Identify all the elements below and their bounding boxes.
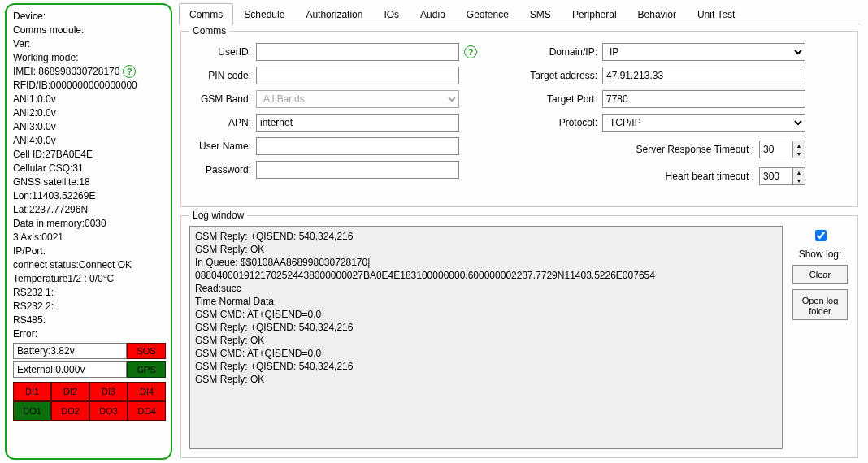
rs2322-value: RS232 2: — [13, 300, 166, 313]
di4-indicator[interactable]: DI4 — [128, 382, 166, 401]
device-info-panel: Device: Comms module: Ver: Working mode:… — [5, 3, 172, 460]
ipport-value: IP/Port: — [13, 244, 166, 257]
lon-value: Lon:11403.52269E — [13, 189, 166, 202]
temp-value: Temperature1/2 : 0/0°C — [13, 272, 166, 285]
open-log-folder-button[interactable]: Open log folder — [792, 289, 848, 320]
cellid-value: Cell ID:27BA0E4E — [13, 148, 166, 161]
srv-timeout-label: Server Response Timeout : — [636, 144, 754, 155]
sos-indicator[interactable]: SOS — [127, 343, 166, 359]
ani1-value: ANI1:0.0v — [13, 93, 166, 106]
comms-section-title: Comms — [189, 25, 229, 37]
userid-help-icon[interactable]: ? — [464, 45, 477, 58]
log-section: Log window GSM Reply: +QISEND: 540,324,2… — [180, 215, 858, 458]
conn-value: connect status:Connect OK — [13, 258, 166, 271]
tab-authorization[interactable]: Authorization — [295, 3, 373, 24]
di1-indicator[interactable]: DI1 — [13, 382, 51, 401]
imei-help-icon[interactable]: ? — [123, 65, 136, 78]
working-mode-label: Working mode: — [13, 51, 166, 64]
target-port-label: Target Port: — [508, 93, 597, 105]
axis-value: 3 Axis:0021 — [13, 231, 166, 244]
target-addr-input[interactable] — [602, 67, 805, 84]
heartbeat-down-icon[interactable]: ▼ — [793, 176, 805, 184]
tab-ios[interactable]: IOs — [373, 3, 410, 24]
password-label: Password: — [191, 164, 251, 175]
gnss-value: GNSS satellite:18 — [13, 175, 166, 188]
target-port-input[interactable] — [602, 90, 805, 108]
clear-button[interactable]: Clear — [792, 265, 848, 284]
di2-indicator[interactable]: DI2 — [51, 382, 89, 401]
do4-indicator[interactable]: DO4 — [128, 401, 166, 421]
srv-timeout-down-icon[interactable]: ▼ — [793, 149, 805, 158]
rs485-value: RS485: — [13, 314, 166, 327]
pin-label: PIN code: — [191, 70, 251, 81]
gsmband-label: GSM Band: — [191, 93, 251, 105]
tab-audio[interactable]: Audio — [410, 3, 456, 24]
tabs-bar: Comms Schedule Authorization IOs Audio G… — [179, 3, 860, 24]
srv-timeout-input[interactable] — [759, 141, 793, 158]
apn-label: APN: — [191, 117, 251, 128]
userid-input[interactable] — [256, 43, 459, 61]
password-input[interactable] — [256, 161, 459, 179]
target-addr-label: Target address: — [508, 70, 597, 81]
gps-indicator[interactable]: GPS — [127, 361, 166, 378]
lat-value: Lat:2237.77296N — [13, 203, 166, 216]
ani3-value: ANI3:0.0v — [13, 120, 166, 133]
external-field: External:0.000v — [13, 361, 127, 378]
protocol-select[interactable]: TCP/IP — [602, 114, 805, 132]
heartbeat-label: Heart beart timeout : — [666, 171, 754, 182]
ani4-value: ANI4:0.0v — [13, 134, 166, 147]
pin-input[interactable] — [256, 67, 459, 84]
do1-indicator[interactable]: DO1 — [13, 401, 51, 421]
protocol-label: Protocol: — [508, 117, 597, 128]
domain-label: Domain/IP: — [508, 46, 597, 58]
domain-select[interactable]: IP — [602, 43, 805, 61]
srv-timeout-up-icon[interactable]: ▲ — [793, 141, 805, 149]
tab-behavior[interactable]: Behavior — [627, 3, 687, 24]
heartbeat-input[interactable] — [759, 167, 793, 185]
ani2-value: ANI2:0.0v — [13, 106, 166, 119]
comms-module-label: Comms module: — [13, 24, 166, 37]
gsmband-select[interactable]: All Bands — [256, 90, 459, 108]
log-section-title: Log window — [189, 210, 247, 221]
showlog-label: Show log: — [799, 249, 842, 260]
tab-schedule[interactable]: Schedule — [233, 3, 295, 24]
rs2321-value: RS232 1: — [13, 286, 166, 299]
userid-label: UserID: — [191, 46, 251, 58]
do2-indicator[interactable]: DO2 — [51, 401, 89, 421]
tab-comms[interactable]: Comms — [179, 3, 233, 24]
error-value: Error: — [13, 327, 166, 340]
datamem-value: Data in memory:0030 — [13, 217, 166, 230]
tab-peripheral[interactable]: Peripheral — [562, 3, 627, 24]
apn-input[interactable] — [256, 114, 459, 132]
csq-value: Cellular CSQ:31 — [13, 162, 166, 175]
username-label: User Name: — [191, 141, 251, 152]
log-textarea[interactable]: GSM Reply: +QISEND: 540,324,216 GSM Repl… — [189, 226, 783, 449]
di3-indicator[interactable]: DI3 — [89, 382, 128, 401]
battery-field: Battery:3.82v — [13, 343, 127, 359]
tab-sms[interactable]: SMS — [519, 3, 562, 24]
heartbeat-up-icon[interactable]: ▲ — [793, 168, 805, 176]
do3-indicator[interactable]: DO3 — [89, 401, 128, 421]
device-label: Device: — [13, 10, 166, 23]
rfid-value: RFID/IB:0000000000000000 — [13, 79, 166, 92]
username-input[interactable] — [256, 137, 459, 155]
comms-section: Comms UserID: ? PIN code: GSM Band: All … — [180, 31, 858, 207]
ver-label: Ver: — [13, 37, 166, 50]
imei-value: IMEI: 868998030728170 — [13, 65, 119, 78]
showlog-checkbox[interactable] — [815, 230, 827, 241]
tab-unittest[interactable]: Unit Test — [687, 3, 745, 24]
tab-geofence[interactable]: Geofence — [456, 3, 519, 24]
